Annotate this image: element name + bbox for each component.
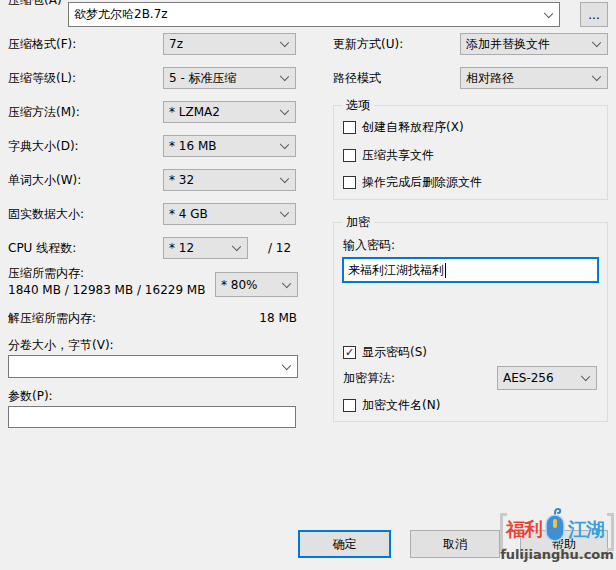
checkbox-box [343, 399, 356, 412]
cpu-threads-label: CPU 线程数: [8, 241, 76, 255]
decompress-memory-label: 解压缩所需内存: [8, 311, 96, 325]
password-value: 来福利江湖找福利 [348, 262, 444, 279]
options-group-title: 选项 [342, 98, 374, 112]
chevron-down-icon [282, 279, 291, 288]
encrypt-names-checkbox[interactable]: 加密文件名(N) [343, 397, 440, 414]
method-select[interactable]: * LZMA2 [163, 101, 296, 123]
decompress-memory-value: 18 MB [240, 311, 297, 325]
encryption-group-title: 加密 [342, 215, 374, 229]
format-label: 压缩格式(F): [8, 37, 76, 51]
level-label: 压缩等级(L): [8, 71, 76, 85]
level-value: 5 - 标准压缩 [169, 70, 237, 87]
encrypt-names-label: 加密文件名(N) [362, 397, 440, 414]
method-label: 压缩方法(M): [8, 105, 80, 119]
memory-usage-detail: 1840 MB / 12983 MB / 16229 MB [8, 283, 205, 297]
checkbox-box [343, 121, 356, 134]
ok-button[interactable]: 确定 [298, 530, 391, 558]
browse-button[interactable]: ... [580, 2, 608, 27]
dictionary-select[interactable]: * 16 MB [163, 135, 296, 157]
delete-after-checkbox[interactable]: 操作完成后删除源文件 [343, 174, 482, 191]
create-sfx-label: 创建自释放程序(X) [362, 119, 464, 136]
method-value: * LZMA2 [169, 105, 220, 119]
encryption-method-value: AES-256 [503, 371, 554, 385]
watermark-domain: fulijianghu.com [500, 547, 614, 562]
word-size-value: * 32 [169, 173, 194, 187]
delete-after-label: 操作完成后删除源文件 [362, 174, 482, 191]
split-volume-combobox[interactable] [8, 355, 298, 378]
solid-block-select[interactable]: * 4 GB [163, 203, 296, 225]
chevron-down-icon [232, 242, 241, 251]
checkbox-box: ✓ [343, 346, 356, 359]
checkbox-box [343, 149, 356, 162]
archive-name-label: 压缩包(A) [8, 0, 62, 7]
mouse-icon [543, 507, 567, 543]
path-mode-label: 路径模式 [333, 71, 381, 85]
ok-button-label: 确定 [333, 536, 357, 553]
chevron-down-icon [581, 372, 590, 381]
watermark-bracket-right [607, 513, 614, 551]
update-mode-select[interactable]: 添加并替换文件 [460, 33, 608, 55]
encryption-group: 加密 [333, 222, 608, 422]
path-mode-value: 相对路径 [466, 70, 514, 87]
watermark-text-blue: 江湖 [568, 517, 604, 543]
dictionary-value: * 16 MB [169, 139, 216, 153]
show-password-checkbox[interactable]: ✓ 显示密码(S) [343, 344, 427, 361]
cancel-button[interactable]: 取消 [410, 530, 500, 558]
chevron-down-icon [592, 72, 601, 81]
parameters-label: 参数(P): [8, 389, 53, 403]
archive-name-combobox[interactable]: 欲梦尤尔哈2B.7z [68, 2, 560, 27]
chevron-down-icon [280, 140, 289, 149]
chevron-down-icon [282, 361, 291, 370]
parameters-input[interactable] [8, 406, 296, 428]
compress-shared-label: 压缩共享文件 [362, 147, 434, 164]
cpu-threads-select[interactable]: * 12 [163, 237, 248, 259]
add-to-archive-dialog: 压缩包(A) 欲梦尤尔哈2B.7z ... 压缩格式(F): 7z 压缩等级(L… [0, 0, 616, 570]
archive-name-value: 欲梦尤尔哈2B.7z [74, 6, 168, 23]
update-mode-label: 更新方式(U): [333, 37, 403, 51]
chevron-down-icon [280, 174, 289, 183]
show-password-label: 显示密码(S) [362, 344, 427, 361]
chevron-down-icon [280, 38, 289, 47]
solid-block-label: 固实数据大小: [8, 207, 84, 221]
cancel-button-label: 取消 [443, 536, 467, 553]
chevron-down-icon [280, 208, 289, 217]
update-mode-value: 添加并替换文件 [466, 36, 550, 53]
chevron-down-icon [544, 9, 553, 18]
watermark-text-red: 福利 [506, 517, 542, 543]
word-size-select[interactable]: * 32 [163, 169, 296, 191]
create-sfx-checkbox[interactable]: 创建自释放程序(X) [343, 119, 464, 136]
split-volume-label: 分卷大小，字节(V): [8, 338, 114, 352]
level-select[interactable]: 5 - 标准压缩 [163, 67, 296, 89]
cpu-threads-value: * 12 [169, 241, 194, 255]
solid-block-value: * 4 GB [169, 207, 208, 221]
encryption-method-select[interactable]: AES-256 [497, 366, 597, 390]
chevron-down-icon [280, 72, 289, 81]
watermark: 福利 江湖 fulijianghu.com [500, 503, 614, 569]
password-label: 输入密码: [343, 238, 395, 252]
chevron-down-icon [592, 38, 601, 47]
memory-usage-select[interactable]: * 80% [215, 272, 298, 297]
chevron-down-icon [280, 106, 289, 115]
browse-button-label: ... [588, 8, 599, 22]
format-select[interactable]: 7z [163, 33, 296, 55]
encryption-method-label: 加密算法: [343, 371, 395, 385]
password-input[interactable]: 来福利江湖找福利 [342, 257, 599, 283]
checkbox-box [343, 176, 356, 189]
compress-shared-checkbox[interactable]: 压缩共享文件 [343, 147, 434, 164]
word-size-label: 单词大小(W): [8, 173, 81, 187]
memory-usage-value: * 80% [221, 278, 258, 292]
dictionary-label: 字典大小(D): [8, 139, 79, 153]
memory-usage-label: 压缩所需内存: [8, 266, 84, 280]
path-mode-select[interactable]: 相对路径 [460, 67, 608, 89]
format-value: 7z [169, 37, 183, 51]
text-caret [445, 263, 446, 278]
cpu-threads-max: / 12 [268, 241, 291, 255]
